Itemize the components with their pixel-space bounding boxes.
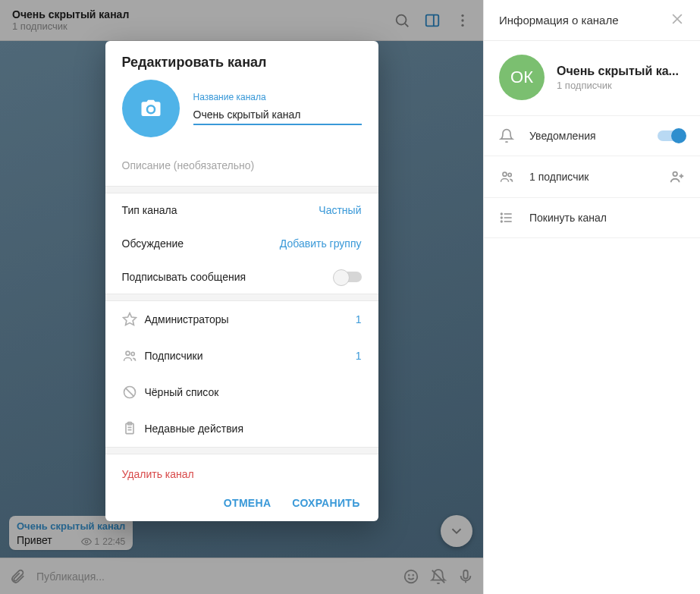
leave-channel-row[interactable]: Покинуть канал	[484, 198, 700, 238]
svg-point-24	[503, 172, 507, 176]
sign-messages-toggle[interactable]	[334, 272, 362, 282]
close-icon[interactable]	[670, 11, 685, 30]
svg-marker-13	[123, 313, 136, 325]
discussion-row[interactable]: Обсуждение Добавить группу	[105, 227, 378, 260]
admins-row[interactable]: Администраторы 1	[105, 301, 378, 338]
divider	[105, 294, 378, 301]
svg-point-14	[126, 351, 130, 355]
add-subscriber-icon[interactable]	[668, 168, 685, 185]
list-icon	[499, 210, 520, 225]
channel-subscribers: 1 подписчик	[557, 80, 679, 91]
channel-photo-button[interactable]	[122, 80, 180, 137]
svg-point-32	[501, 213, 503, 215]
save-button[interactable]: СОХРАНИТЬ	[292, 497, 359, 509]
avatar: ОК	[499, 55, 545, 100]
svg-line-17	[125, 388, 133, 397]
subscribers-row[interactable]: Подписчики 1	[105, 338, 378, 374]
modal-overlay[interactable]: Редактировать канал Название канала Тип …	[0, 0, 483, 594]
blacklist-row[interactable]: Чёрный список	[105, 374, 378, 410]
clipboard-icon	[122, 421, 145, 436]
cancel-button[interactable]: ОТМЕНА	[224, 497, 271, 509]
channel-name: Очень скрытый ка...	[557, 64, 679, 78]
name-field-label: Название канала	[193, 92, 362, 102]
info-panel-title: Информация о канале	[499, 14, 670, 27]
notifications-row[interactable]: Уведомления	[484, 116, 700, 156]
svg-point-25	[508, 173, 511, 176]
svg-point-26	[673, 172, 677, 177]
channel-name-input[interactable]	[193, 105, 362, 125]
edit-channel-modal: Редактировать канал Название канала Тип …	[105, 41, 378, 521]
channel-profile[interactable]: ОК Очень скрытый ка... 1 подписчик	[484, 41, 700, 116]
channel-description-input[interactable]	[122, 159, 362, 171]
people-icon	[122, 348, 145, 363]
channel-type-row[interactable]: Тип канала Частный	[105, 193, 378, 227]
people-icon	[499, 169, 520, 184]
sign-messages-row[interactable]: Подписывать сообщения	[105, 260, 378, 294]
block-icon	[122, 385, 145, 400]
svg-point-33	[501, 217, 503, 218]
recent-actions-row[interactable]: Недавные действия	[105, 410, 378, 447]
notifications-toggle[interactable]	[658, 130, 685, 141]
subscribers-info-row[interactable]: 1 подписчик	[484, 156, 700, 198]
svg-point-15	[131, 352, 134, 355]
star-icon	[122, 312, 145, 327]
divider	[105, 447, 378, 454]
bell-icon	[499, 128, 520, 143]
modal-title: Редактировать канал	[105, 41, 378, 80]
divider	[105, 186, 378, 193]
info-panel: Информация о канале ОК Очень скрытый ка.…	[483, 0, 700, 594]
delete-channel-button[interactable]: Удалить канал	[105, 454, 378, 486]
svg-point-34	[501, 221, 503, 222]
camera-icon	[140, 97, 162, 120]
